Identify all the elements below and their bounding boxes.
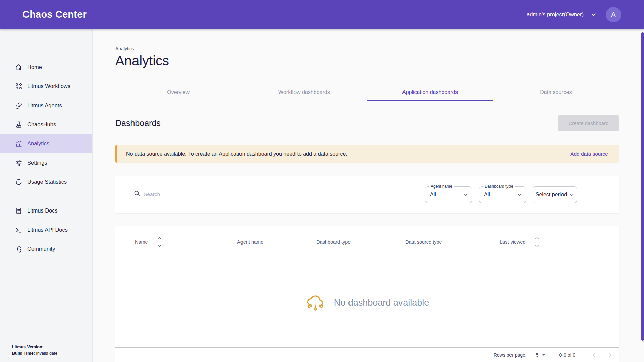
project-selector-label: admin's project(Owner) [527, 11, 584, 18]
vertical-scrollbar[interactable] [641, 32, 644, 341]
page-title: Analytics [115, 53, 619, 69]
filter-toolbar: Agent name All Dashboard type All Select… [115, 176, 619, 213]
agent-name-select-value: All [430, 192, 436, 198]
add-data-source-link[interactable]: Add data source [570, 151, 608, 157]
tab-application-dashboards[interactable]: Application dashboards [367, 84, 493, 100]
pagination-bar: Rows per page: 5 0-0 of 0 [115, 347, 619, 362]
next-page-button[interactable] [605, 349, 616, 361]
sidebar-item-settings[interactable]: Settings [0, 153, 92, 172]
sidebar-item-usage-statistics[interactable]: Usage Statistics [0, 172, 92, 191]
sort-desc-icon[interactable] [157, 245, 161, 247]
sidebar-item-label: Settings [27, 160, 47, 166]
tab-overview[interactable]: Overview [115, 84, 241, 100]
agent-name-select[interactable]: Agent name All [425, 186, 472, 203]
build-time-value: Invalid date [36, 351, 57, 356]
analytics-icon [15, 140, 23, 148]
workflows-icon [15, 82, 23, 90]
sidebar-item-label: Litmus Workflows [27, 83, 70, 89]
sidebar-item-home[interactable]: Home [0, 58, 92, 77]
sidebar-item-label: Community [27, 246, 55, 252]
chevron-down-icon [463, 192, 468, 197]
sidebar-item-chaoshubs[interactable]: ChaosHubs [0, 115, 92, 134]
sidebar-item-label: Home [27, 64, 42, 70]
banner-message: No data source available. To create an A… [126, 151, 347, 157]
column-header-agent-name: Agent name [225, 226, 305, 258]
version-info: Litmus Version: Build Time: Invalid date [12, 344, 57, 357]
column-header-last-viewed: Last viewed [488, 226, 619, 258]
project-selector[interactable]: admin's project(Owner) [527, 11, 596, 18]
sidebar-item-label: Litmus Agents [27, 102, 62, 109]
column-label: Dashboard type [316, 239, 351, 245]
select-period-label: Select period [536, 192, 567, 198]
sidebar-item-analytics[interactable]: Analytics [0, 134, 92, 153]
dashboards-table: Name Agent name Dashboard type Data sour… [115, 226, 619, 362]
avatar-initial: A [611, 11, 615, 18]
sidebar-item-label: Analytics [27, 140, 49, 147]
app-title: Chaos Center [22, 9, 87, 20]
empty-state: No dashboard available [115, 258, 619, 347]
sort-asc-icon[interactable] [157, 237, 161, 239]
settings-icon [15, 159, 23, 167]
docs-icon [15, 207, 23, 215]
agents-icon [15, 102, 23, 110]
sidebar-divider [8, 196, 84, 196]
chevron-down-icon [570, 193, 574, 197]
sidebar-item-litmus-docs[interactable]: Litmus Docs [0, 201, 92, 220]
caret-down-icon [542, 354, 545, 356]
sidebar-item-community[interactable]: Community [0, 239, 92, 258]
sort-control [535, 237, 539, 247]
tab-bar: Overview Workflow dashboards Application… [115, 84, 619, 100]
table-header-row: Name Agent name Dashboard type Data sour… [115, 226, 619, 258]
dashboard-type-select-label: Dashboard type [483, 184, 515, 189]
chevron-down-icon [517, 192, 522, 197]
sort-control [157, 237, 161, 247]
column-label: Last viewed [500, 239, 526, 245]
create-dashboard-button[interactable]: Create dashboard [558, 115, 619, 131]
community-icon [15, 245, 23, 253]
rows-per-page-label: Rows per page: [494, 352, 527, 358]
app-header: Chaos Center admin's project(Owner) A [0, 0, 644, 29]
usage-icon [15, 178, 23, 186]
column-label: Name [135, 239, 148, 245]
select-period-button[interactable]: Select period [533, 186, 577, 203]
no-data-source-banner: No data source available. To create an A… [115, 145, 619, 163]
search-field[interactable] [134, 189, 195, 200]
column-label: Agent name [237, 239, 263, 245]
section-title: Dashboards [115, 118, 161, 128]
tab-workflow-dashboards[interactable]: Workflow dashboards [241, 84, 367, 100]
main-content: Analytics Analytics Overview Workflow da… [93, 29, 644, 362]
litmus-version-label: Litmus Version: [12, 345, 44, 349]
rows-per-page-value: 5 [536, 352, 539, 358]
dashboard-type-select[interactable]: Dashboard type All [479, 186, 526, 203]
empty-state-text: No dashboard available [334, 298, 429, 308]
search-input[interactable] [144, 191, 191, 197]
breadcrumb[interactable]: Analytics [115, 46, 619, 51]
agent-name-select-label: Agent name [429, 184, 454, 189]
flask-icon [15, 121, 23, 129]
column-header-name: Name [115, 226, 225, 258]
sidebar-item-label: Usage Statistics [27, 179, 67, 185]
build-time-label: Build Time: [12, 351, 35, 356]
previous-page-button[interactable] [589, 349, 600, 361]
sidebar-item-litmus-workflows[interactable]: Litmus Workflows [0, 77, 92, 96]
sidebar-item-label: Litmus API Docs [27, 227, 68, 233]
sidebar-item-label: ChaosHubs [27, 121, 56, 128]
search-icon [134, 190, 140, 198]
tab-data-sources[interactable]: Data sources [493, 84, 619, 100]
terminal-icon [15, 226, 23, 234]
sort-asc-icon[interactable] [535, 237, 539, 239]
sidebar-item-litmus-agents[interactable]: Litmus Agents [0, 96, 92, 115]
avatar[interactable]: A [606, 7, 621, 22]
column-header-data-source-type: Data source type [393, 226, 488, 258]
home-icon [15, 63, 23, 71]
column-label: Data source type [405, 239, 442, 245]
sidebar-item-litmus-api-docs[interactable]: Litmus API Docs [0, 220, 92, 239]
sort-desc-icon[interactable] [535, 245, 539, 247]
cloud-network-icon [305, 292, 325, 314]
sidebar-item-label: Litmus Docs [27, 207, 58, 214]
rows-per-page-select[interactable]: 5 [536, 352, 545, 358]
pagination-range: 0-0 of 0 [559, 352, 575, 358]
dashboard-type-select-value: All [484, 192, 490, 198]
chevron-down-icon [591, 12, 596, 17]
column-header-dashboard-type: Dashboard type [305, 226, 393, 258]
